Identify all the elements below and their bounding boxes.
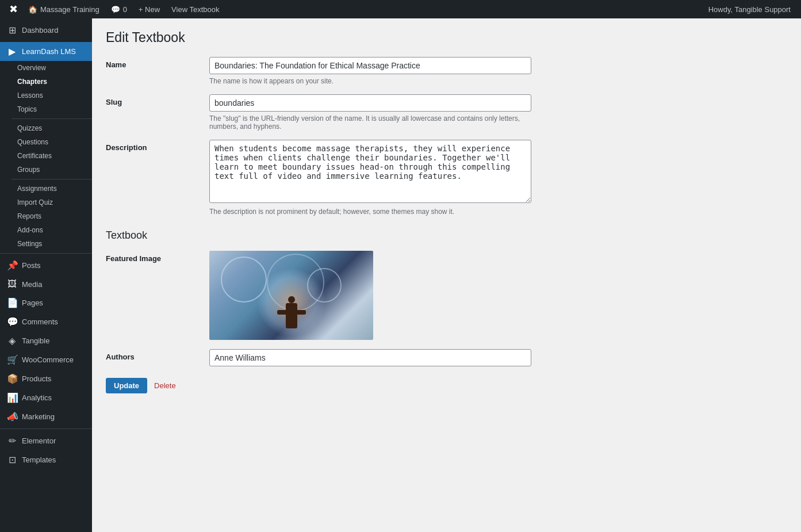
authors-label: Authors xyxy=(106,349,198,361)
sidebar-item-comments[interactable]: 💬 Comments xyxy=(0,312,92,331)
wp-logo[interactable]: ✖ xyxy=(5,3,22,16)
analytics-icon: 📊 xyxy=(7,392,17,403)
description-hint: The description is not prominent by defa… xyxy=(209,208,531,216)
description-textarea[interactable] xyxy=(209,140,531,203)
main-content: Edit Textbook Name The name is how it ap… xyxy=(92,18,801,532)
home-icon: 🏠 xyxy=(28,5,37,14)
action-row: Update Delete xyxy=(106,378,787,393)
adminbar-new[interactable]: + New xyxy=(133,0,166,18)
sidebar-item-lessons[interactable]: Lessons xyxy=(12,89,92,102)
marketing-icon: 📣 xyxy=(7,411,17,422)
posts-icon: 📌 xyxy=(7,260,17,271)
sidebar: ⊞ Dashboard ▶ LearnDash LMS Overview Cha… xyxy=(0,18,92,532)
featured-image-label: Featured Image xyxy=(106,251,198,263)
woo-icon: 🛒 xyxy=(7,354,17,365)
sidebar-item-groups[interactable]: Groups xyxy=(12,163,92,177)
templates-icon: ⊡ xyxy=(7,454,17,465)
authors-input[interactable] xyxy=(209,349,531,366)
name-hint: The name is how it appears on your site. xyxy=(209,77,531,85)
name-label: Name xyxy=(106,57,198,69)
description-row: Description The description is not promi… xyxy=(106,140,787,216)
pages-icon: 📄 xyxy=(7,297,17,308)
sidebar-item-reports[interactable]: Reports xyxy=(12,209,92,223)
slug-hint: The "slug" is the URL-friendly version o… xyxy=(209,114,531,131)
sidebar-item-marketing[interactable]: 📣 Marketing xyxy=(0,407,92,426)
comments-sidebar-icon: 💬 xyxy=(7,316,17,327)
adminbar-comments[interactable]: 💬 0 xyxy=(105,0,133,18)
sidebar-item-settings[interactable]: Settings xyxy=(12,237,92,251)
sidebar-item-questions[interactable]: Questions xyxy=(12,135,92,149)
name-row: Name The name is how it appears on your … xyxy=(106,57,787,85)
sidebar-item-certificates[interactable]: Certificates xyxy=(12,149,92,163)
page-title: Edit Textbook xyxy=(106,30,787,45)
textbook-section-heading: Textbook xyxy=(106,229,787,242)
slug-row: Slug The "slug" is the URL-friendly vers… xyxy=(106,94,787,131)
admin-bar: ✖ 🏠 Massage Training 💬 0 + New View Text… xyxy=(0,0,801,18)
sidebar-item-templates[interactable]: ⊡ Templates xyxy=(0,450,92,469)
description-label: Description xyxy=(106,140,198,152)
featured-image[interactable] xyxy=(209,251,373,340)
sidebar-item-media[interactable]: 🖼 Media xyxy=(0,275,92,293)
sidebar-item-chapters[interactable]: Chapters xyxy=(12,75,92,89)
sidebar-item-elementor[interactable]: ✏ Elementor xyxy=(0,431,92,450)
adminbar-howdy[interactable]: Howdy, Tangible Support xyxy=(703,0,796,18)
comments-icon: 💬 xyxy=(111,5,120,14)
sidebar-item-products[interactable]: 📦 Products xyxy=(0,369,92,388)
slug-input[interactable] xyxy=(209,94,531,112)
adminbar-view-textbook[interactable]: View Textbook xyxy=(166,0,225,18)
featured-image-row: Featured Image xyxy=(106,251,787,340)
sidebar-item-quizzes[interactable]: Quizzes xyxy=(12,121,92,135)
learndash-icon: ▶ xyxy=(7,46,17,57)
sidebar-item-assignments[interactable]: Assignments xyxy=(12,182,92,196)
products-icon: 📦 xyxy=(7,373,17,384)
delete-button[interactable]: Delete xyxy=(154,378,176,393)
sidebar-item-tangible[interactable]: ◈ Tangible xyxy=(0,331,92,350)
authors-row: Authors xyxy=(106,349,787,366)
name-input[interactable] xyxy=(209,57,531,74)
sidebar-item-import-quiz[interactable]: Import Quiz xyxy=(12,196,92,209)
sidebar-item-learndash[interactable]: ▶ LearnDash LMS xyxy=(0,42,92,61)
media-icon: 🖼 xyxy=(7,279,17,289)
slug-label: Slug xyxy=(106,94,198,106)
sidebar-item-dashboard[interactable]: ⊞ Dashboard xyxy=(0,21,92,40)
elementor-icon: ✏ xyxy=(7,435,17,446)
sidebar-item-analytics[interactable]: 📊 Analytics xyxy=(0,388,92,407)
sidebar-item-pages[interactable]: 📄 Pages xyxy=(0,293,92,312)
sidebar-item-posts[interactable]: 📌 Posts xyxy=(0,256,92,275)
sidebar-item-addons[interactable]: Add-ons xyxy=(12,223,92,237)
sidebar-item-woocommerce[interactable]: 🛒 WooCommerce xyxy=(0,350,92,369)
dashboard-icon: ⊞ xyxy=(7,25,17,36)
update-button[interactable]: Update xyxy=(106,378,147,393)
adminbar-site-name[interactable]: 🏠 Massage Training xyxy=(22,0,105,18)
tangible-icon: ◈ xyxy=(7,335,17,346)
sidebar-item-topics[interactable]: Topics xyxy=(12,102,92,116)
sidebar-item-overview[interactable]: Overview xyxy=(12,61,92,75)
